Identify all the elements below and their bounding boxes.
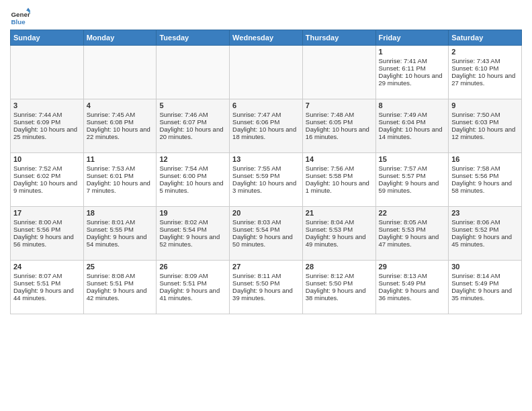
daylight-text: Daylight: 10 hours and 25 minutes. xyxy=(13,126,81,140)
day-number: 16 xyxy=(451,155,519,163)
week-row-4: 17Sunrise: 8:00 AMSunset: 5:56 PMDayligh… xyxy=(11,207,522,261)
sunrise-text: Sunrise: 7:43 AM xyxy=(451,57,519,64)
week-row-3: 10Sunrise: 7:52 AMSunset: 6:02 PMDayligh… xyxy=(11,153,522,207)
daylight-text: Daylight: 10 hours and 16 minutes. xyxy=(306,126,373,140)
calendar-cell: 8Sunrise: 7:49 AMSunset: 6:04 PMDaylight… xyxy=(375,99,449,153)
calendar-cell xyxy=(11,46,84,99)
daylight-text: Daylight: 10 hours and 12 minutes. xyxy=(451,126,519,140)
calendar-cell: 6Sunrise: 7:47 AMSunset: 6:06 PMDaylight… xyxy=(230,99,303,153)
day-number: 3 xyxy=(13,101,81,109)
calendar-cell: 19Sunrise: 8:02 AMSunset: 5:54 PMDayligh… xyxy=(157,207,230,261)
calendar-cell: 10Sunrise: 7:52 AMSunset: 6:02 PMDayligh… xyxy=(11,153,84,207)
calendar-cell: 13Sunrise: 7:55 AMSunset: 5:59 PMDayligh… xyxy=(230,153,303,207)
sunrise-text: Sunrise: 7:58 AM xyxy=(451,165,519,172)
sunset-text: Sunset: 6:06 PM xyxy=(232,118,300,126)
daylight-text: Daylight: 10 hours and 3 minutes. xyxy=(232,179,300,194)
header: General Blue xyxy=(10,7,522,27)
sunrise-text: Sunrise: 7:45 AM xyxy=(87,111,154,118)
day-number: 7 xyxy=(306,101,373,109)
sunset-text: Sunset: 6:11 PM xyxy=(379,64,446,72)
sunrise-text: Sunrise: 7:57 AM xyxy=(379,165,446,172)
day-number: 20 xyxy=(232,209,300,217)
sunset-text: Sunset: 5:53 PM xyxy=(306,226,373,233)
sunrise-text: Sunrise: 7:44 AM xyxy=(13,111,81,118)
calendar-cell xyxy=(157,46,230,99)
calendar-cell: 27Sunrise: 8:11 AMSunset: 5:50 PMDayligh… xyxy=(230,261,303,314)
day-number: 15 xyxy=(379,155,446,163)
sunset-text: Sunset: 5:50 PM xyxy=(306,279,373,287)
day-number: 24 xyxy=(13,263,81,271)
calendar-cell: 24Sunrise: 8:07 AMSunset: 5:51 PMDayligh… xyxy=(11,261,84,314)
sunset-text: Sunset: 5:49 PM xyxy=(379,279,446,287)
daylight-text: Daylight: 10 hours and 22 minutes. xyxy=(87,126,154,140)
svg-text:General: General xyxy=(11,11,31,18)
sunset-text: Sunset: 6:05 PM xyxy=(306,118,373,126)
sunset-text: Sunset: 5:51 PM xyxy=(159,279,226,287)
daylight-text: Daylight: 9 hours and 47 minutes. xyxy=(379,233,446,248)
sunrise-text: Sunrise: 8:00 AM xyxy=(13,218,81,226)
daylight-text: Daylight: 9 hours and 45 minutes. xyxy=(451,233,519,248)
calendar-cell: 20Sunrise: 8:03 AMSunset: 5:54 PMDayligh… xyxy=(230,207,303,261)
sunset-text: Sunset: 6:03 PM xyxy=(451,118,519,126)
sunrise-text: Sunrise: 8:04 AM xyxy=(306,218,373,226)
day-number: 27 xyxy=(232,263,300,271)
calendar-cell: 28Sunrise: 8:12 AMSunset: 5:50 PMDayligh… xyxy=(302,261,375,314)
calendar-cell: 30Sunrise: 8:14 AMSunset: 5:49 PMDayligh… xyxy=(449,261,522,314)
col-header-sunday: Sunday xyxy=(11,30,84,46)
sunrise-text: Sunrise: 7:41 AM xyxy=(379,57,446,64)
daylight-text: Daylight: 9 hours and 49 minutes. xyxy=(306,233,373,248)
col-header-monday: Monday xyxy=(83,30,157,46)
day-number: 23 xyxy=(451,209,519,217)
daylight-text: Daylight: 9 hours and 42 minutes. xyxy=(87,287,154,302)
week-row-1: 1Sunrise: 7:41 AMSunset: 6:11 PMDaylight… xyxy=(11,46,522,99)
sunrise-text: Sunrise: 8:05 AM xyxy=(379,218,446,226)
calendar-cell: 1Sunrise: 7:41 AMSunset: 6:11 PMDaylight… xyxy=(375,46,449,99)
daylight-text: Daylight: 10 hours and 29 minutes. xyxy=(379,72,446,87)
day-number: 29 xyxy=(379,263,446,271)
sunrise-text: Sunrise: 7:50 AM xyxy=(451,111,519,118)
daylight-text: Daylight: 10 hours and 9 minutes. xyxy=(13,179,81,194)
col-header-friday: Friday xyxy=(375,30,449,46)
day-number: 2 xyxy=(451,48,519,56)
calendar-cell: 4Sunrise: 7:45 AMSunset: 6:08 PMDaylight… xyxy=(83,99,157,153)
calendar-cell: 26Sunrise: 8:09 AMSunset: 5:51 PMDayligh… xyxy=(157,261,230,314)
sunrise-text: Sunrise: 8:06 AM xyxy=(451,218,519,226)
daylight-text: Daylight: 9 hours and 44 minutes. xyxy=(13,287,81,302)
calendar-cell xyxy=(83,46,157,99)
sunset-text: Sunset: 5:56 PM xyxy=(451,172,519,179)
calendar-cell: 9Sunrise: 7:50 AMSunset: 6:03 PMDaylight… xyxy=(449,99,522,153)
day-number: 11 xyxy=(87,155,154,163)
sunset-text: Sunset: 5:58 PM xyxy=(306,172,373,179)
sunrise-text: Sunrise: 8:08 AM xyxy=(87,272,154,279)
sunset-text: Sunset: 5:50 PM xyxy=(232,279,300,287)
day-number: 22 xyxy=(379,209,446,217)
daylight-text: Daylight: 10 hours and 7 minutes. xyxy=(87,179,154,194)
sunset-text: Sunset: 5:57 PM xyxy=(379,172,446,179)
daylight-text: Daylight: 9 hours and 36 minutes. xyxy=(379,287,446,302)
sunset-text: Sunset: 5:54 PM xyxy=(159,226,226,233)
day-number: 1 xyxy=(379,48,446,56)
calendar-cell: 11Sunrise: 7:53 AMSunset: 6:01 PMDayligh… xyxy=(83,153,157,207)
calendar-cell: 25Sunrise: 8:08 AMSunset: 5:51 PMDayligh… xyxy=(83,261,157,314)
calendar-cell: 2Sunrise: 7:43 AMSunset: 6:10 PMDaylight… xyxy=(449,46,522,99)
sunrise-text: Sunrise: 7:54 AM xyxy=(159,165,226,172)
day-number: 26 xyxy=(159,263,226,271)
day-number: 10 xyxy=(13,155,81,163)
col-header-thursday: Thursday xyxy=(302,30,375,46)
calendar-cell: 21Sunrise: 8:04 AMSunset: 5:53 PMDayligh… xyxy=(302,207,375,261)
sunset-text: Sunset: 5:51 PM xyxy=(87,279,154,287)
sunrise-text: Sunrise: 8:03 AM xyxy=(232,218,300,226)
sunrise-text: Sunrise: 7:56 AM xyxy=(306,165,373,172)
day-number: 19 xyxy=(159,209,226,217)
sunset-text: Sunset: 6:02 PM xyxy=(13,172,81,179)
calendar-cell xyxy=(230,46,303,99)
sunset-text: Sunset: 6:04 PM xyxy=(379,118,446,126)
daylight-text: Daylight: 9 hours and 39 minutes. xyxy=(232,287,300,302)
sunrise-text: Sunrise: 7:52 AM xyxy=(13,165,81,172)
sunset-text: Sunset: 6:07 PM xyxy=(159,118,226,126)
day-number: 14 xyxy=(306,155,373,163)
daylight-text: Daylight: 9 hours and 54 minutes. xyxy=(87,233,154,248)
daylight-text: Daylight: 10 hours and 14 minutes. xyxy=(379,126,446,140)
daylight-text: Daylight: 9 hours and 58 minutes. xyxy=(451,179,519,194)
logo: General Blue xyxy=(10,7,30,27)
